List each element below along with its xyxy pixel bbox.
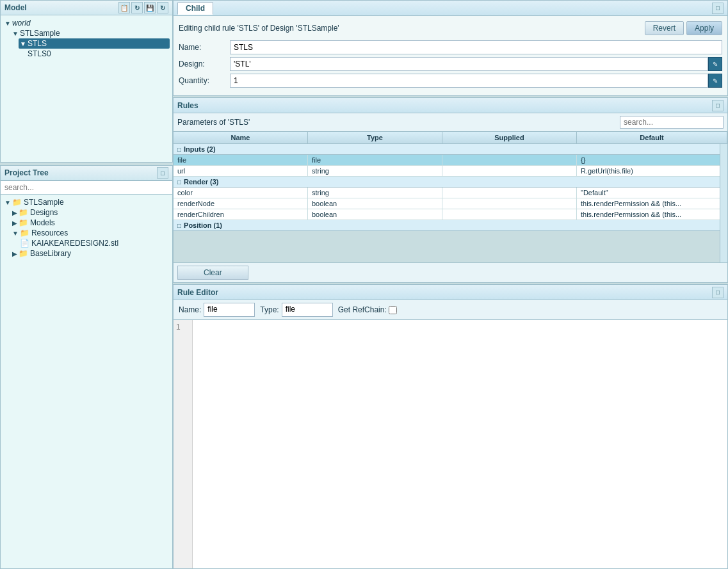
rendernode-type: boolean <box>308 198 442 209</box>
rules-maximize[interactable]: □ <box>712 100 724 111</box>
tree-item-stlsample-proj[interactable]: ▼ 📁 STLSample <box>3 197 170 207</box>
context-body: Editing child rule 'STLS' of Design 'STL… <box>174 16 727 95</box>
table-header: Name Type Supplied Default <box>174 132 727 144</box>
render-label: Render (3) <box>184 178 218 186</box>
design-row: Design: ✎ <box>179 57 722 71</box>
col-name: Name <box>174 132 308 143</box>
tree-item-resources[interactable]: ▼ 📁 Resources <box>11 228 170 238</box>
renderchildren-supplied <box>442 209 577 220</box>
table-row-renderchildren[interactable]: renderChildren boolean this.renderPermis… <box>174 209 727 220</box>
rule-editor-header: Rule Editor □ <box>174 285 727 300</box>
rendernode-default: this.renderPermission && (this... <box>577 198 727 209</box>
render-toggle[interactable]: □ <box>177 179 181 186</box>
context-tabs: Child <box>177 2 213 15</box>
color-name: color <box>174 188 308 198</box>
stlsample-proj-label: STLSample <box>24 198 64 207</box>
table-row-file[interactable]: file file {} <box>174 155 727 166</box>
file-default: {} <box>577 155 727 165</box>
get-refchain-label[interactable]: Get RefChain: <box>338 305 397 314</box>
stls0-label: STLS0 <box>28 49 51 58</box>
baselibrary-label: BaseLibrary <box>30 249 71 258</box>
name-field-group: Name: file <box>179 303 255 317</box>
editor-content[interactable] <box>193 320 727 568</box>
undo-icon[interactable]: ↻ <box>131 2 143 13</box>
name-input[interactable] <box>230 40 722 54</box>
clear-button[interactable]: Clear <box>177 266 248 280</box>
tree-item-baselibrary[interactable]: ▶ 📁 BaseLibrary <box>11 248 170 259</box>
rules-section: Rules □ Parameters of 'STLS' Name Type S… <box>173 97 728 283</box>
table-row-url[interactable]: url string R.getUrl(this.file) <box>174 166 727 177</box>
file-supplied <box>442 155 577 165</box>
refresh-icon[interactable]: ↻ <box>157 2 168 13</box>
model-title: Model <box>4 3 27 12</box>
color-supplied <box>442 188 577 198</box>
project-search-input[interactable] <box>0 180 173 195</box>
design-edit-icon[interactable]: ✎ <box>708 57 722 71</box>
url-default: R.getUrl(this.file) <box>577 166 727 176</box>
child-tab[interactable]: Child <box>177 2 213 15</box>
revert-button[interactable]: Revert <box>645 21 684 35</box>
renderchildren-default: this.renderPermission && (this... <box>577 209 727 220</box>
copy-icon[interactable]: 📋 <box>118 2 130 13</box>
rule-editor-maximize[interactable]: □ <box>712 287 724 298</box>
color-default: "Default" <box>577 188 727 198</box>
tree-item-world[interactable]: ▼ world <box>3 18 170 28</box>
stls-label: STLS <box>28 39 47 48</box>
model-tree-body: ▼ world ▼ STLSample ▼ STLS STLS0 <box>0 15 173 163</box>
renderchildren-type: boolean <box>308 209 442 220</box>
quantity-row: Quantity: ✎ <box>179 74 722 88</box>
color-type: string <box>308 188 442 198</box>
type-field-value: file <box>282 303 333 317</box>
rule-editor-section: Rule Editor □ Name: file Type: file Get … <box>173 284 728 569</box>
name-field-label: Name: <box>179 305 201 314</box>
project-tree-title: Project Tree <box>4 168 49 177</box>
rendernode-name: renderNode <box>174 198 308 209</box>
quantity-input-group: ✎ <box>230 74 722 88</box>
folder-icon-designs: 📁 <box>19 208 28 217</box>
line-numbers: 1 <box>174 320 193 568</box>
context-header: Child □ <box>174 1 727 16</box>
context-maximize[interactable]: □ <box>712 3 724 14</box>
right-panel: Child □ Editing child rule 'STLS' of Des… <box>173 0 728 569</box>
folder-icon-models: 📁 <box>19 218 28 227</box>
arrow-resources: ▼ <box>12 230 19 237</box>
params-title: Parameters of 'STLS' <box>177 118 250 127</box>
group-render: □ Render (3) <box>174 177 727 188</box>
project-tree-body: ▼ 📁 STLSample ▶ 📁 Designs ▶ 📁 Models ▼ 📁… <box>0 195 173 569</box>
arrow-stlsample: ▼ <box>12 30 19 37</box>
type-field-group: Type: file <box>260 303 332 317</box>
tree-item-designs[interactable]: ▶ 📁 Designs <box>11 207 170 218</box>
quantity-label: Quantity: <box>179 76 230 85</box>
tree-item-stlsample[interactable]: ▼ STLSample <box>11 28 170 38</box>
tree-item-stls0[interactable]: STLS0 <box>26 49 170 59</box>
arrow-models: ▶ <box>12 220 17 227</box>
action-buttons: Revert Apply <box>645 21 722 35</box>
inputs-label: Inputs (2) <box>184 145 216 153</box>
position-toggle[interactable]: □ <box>177 222 181 229</box>
table-row-rendernode[interactable]: renderNode boolean this.renderPermission… <box>174 198 727 209</box>
apply-button[interactable]: Apply <box>686 21 722 35</box>
rule-editor-title: Rule Editor <box>177 288 218 297</box>
inputs-toggle[interactable]: □ <box>177 146 181 153</box>
name-row: Name: <box>179 40 722 54</box>
rule-editor-body: 1 <box>174 320 727 568</box>
save-icon[interactable]: 💾 <box>144 2 156 13</box>
tree-item-stls[interactable]: ▼ STLS <box>19 38 170 49</box>
design-input[interactable] <box>230 57 708 71</box>
table-body: □ Inputs (2) file file {} url string R.g… <box>174 144 727 262</box>
tree-item-models[interactable]: ▶ 📁 Models <box>11 218 170 228</box>
project-tree-collapse[interactable]: □ <box>157 167 168 179</box>
file-name: file <box>174 155 308 165</box>
name-label: Name: <box>179 43 230 52</box>
line-1: 1 <box>176 323 190 332</box>
tree-item-kaiakearedesign[interactable]: 📄 KAIAKEAREDESIGN2.stl <box>19 238 170 248</box>
quantity-input[interactable] <box>230 74 708 88</box>
col-type: Type <box>308 132 442 143</box>
table-row-color[interactable]: color string "Default" <box>174 188 727 198</box>
context-section: Child □ Editing child rule 'STLS' of Des… <box>173 0 728 96</box>
quantity-edit-icon[interactable]: ✎ <box>708 74 722 88</box>
file-type: file <box>308 155 442 165</box>
design-label: Design: <box>179 60 230 68</box>
params-search-input[interactable] <box>620 116 724 129</box>
get-refchain-checkbox[interactable] <box>389 306 397 314</box>
